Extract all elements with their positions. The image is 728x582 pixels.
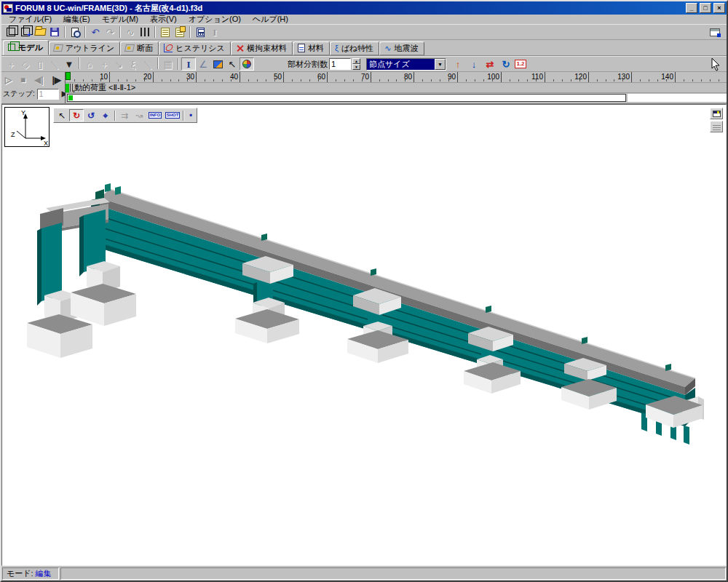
play-button[interactable]: ▷: [4, 73, 12, 87]
shot-camera-button[interactable]: SHOT: [164, 109, 181, 121]
menu-edit[interactable]: 編集(E): [58, 15, 96, 24]
clipped-glyph: [70, 84, 74, 92]
distributed-load-button[interactable]: [138, 25, 152, 39]
spin-up-button[interactable]: ▲: [352, 58, 360, 64]
export-down-icon: ↓: [472, 60, 477, 69]
float-window-button[interactable]: [708, 25, 722, 39]
model-canvas[interactable]: [2, 105, 727, 565]
open-file-button[interactable]: [33, 25, 47, 39]
refresh-cycle-button[interactable]: ↻: [499, 57, 513, 71]
export-down-button[interactable]: ↓: [467, 57, 481, 71]
mini-window-button[interactable]: [710, 108, 723, 119]
merge-node-button[interactable]: ◇: [18, 57, 33, 71]
member-division-input[interactable]: [329, 58, 351, 70]
menu-bar: ファイル(F) 編集(E) モデル(M) 表示(V) オプション(O) ヘルプ(…: [1, 15, 727, 24]
print-preview-button[interactable]: [68, 25, 82, 39]
add-member-button[interactable]: ＼: [47, 57, 62, 71]
sync-arrows-icon: ⇄: [486, 60, 494, 69]
split-member-icon: ＋: [100, 60, 109, 69]
walk-path-button[interactable]: ↝: [132, 109, 146, 121]
list-panel-button[interactable]: [710, 121, 723, 132]
stop-button[interactable]: ■: [20, 73, 26, 87]
tab-lateral-confinement[interactable]: 横拘束材料: [231, 41, 293, 55]
render-sphere-button[interactable]: [240, 57, 254, 71]
minimize-button[interactable]: _: [686, 3, 697, 13]
bridge-end-support[interactable]: [641, 396, 704, 445]
support-node-button[interactable]: ⌂: [82, 57, 97, 71]
select-cursor-icon: ↖: [58, 111, 66, 121]
report-editor-button[interactable]: [158, 25, 173, 39]
model-viewport[interactable]: Y X Z ↖ ↻ ↺ ⌖ ⇉ ↝ INFO SHOT •: [1, 104, 727, 566]
section-view-button[interactable]: I: [207, 25, 222, 39]
tab-spring[interactable]: ξばね特性: [330, 41, 379, 55]
menu-file[interactable]: ファイル(F): [3, 15, 58, 24]
toolbar-separator: [178, 58, 179, 70]
tab-hysteresis[interactable]: ヒステリシス: [159, 41, 231, 55]
playhead-marker[interactable]: [66, 72, 71, 80]
spring-member-button[interactable]: ξ: [126, 57, 141, 71]
solid-display-button[interactable]: [210, 57, 225, 71]
restore-button[interactable]: □: [700, 3, 711, 13]
toolbar-separator: [114, 111, 116, 121]
title-bar[interactable]: FORUM 8 UC-win/FRAME(3D) - 名古屋(改4-d1).f3…: [1, 1, 727, 15]
scale-12-button[interactable]: 1.2: [513, 57, 528, 71]
select-cursor-button[interactable]: ↖: [55, 109, 69, 121]
menu-options[interactable]: オプション(O): [183, 15, 247, 24]
spin-down-button[interactable]: ▼: [352, 64, 360, 70]
sync-arrows-button[interactable]: ⇄: [483, 57, 497, 71]
member-arrow-button[interactable]: ↘: [111, 57, 126, 71]
load-report-button[interactable]: [173, 25, 187, 39]
import-up-button[interactable]: ↑: [451, 57, 465, 71]
info-cursor-button[interactable]: ↖: [225, 57, 240, 71]
menu-help[interactable]: ヘルプ(H): [247, 15, 294, 24]
ibeam-display-button[interactable]: I: [181, 57, 196, 71]
step-input[interactable]: [37, 89, 59, 100]
split-member-button[interactable]: ＋: [97, 57, 111, 71]
member-arrow-icon: ↘: [115, 60, 123, 69]
angle-display-button[interactable]: ∠: [196, 57, 210, 71]
load-case-label: 動的荷重 <Ⅱ-Ⅱ-1>: [74, 83, 135, 93]
save-file-button[interactable]: [47, 25, 62, 39]
import-up-icon: ↑: [456, 60, 461, 69]
ruler-minor-tick: [422, 79, 423, 81]
tab-seismic[interactable]: ∿地震波: [379, 41, 424, 55]
new-model-button[interactable]: [4, 25, 18, 39]
close-button[interactable]: ×: [713, 3, 725, 13]
ruler-tick-label: 80: [389, 73, 412, 81]
response-curve-button[interactable]: ∿: [123, 25, 138, 39]
axis-triad: Y X Z: [5, 108, 49, 146]
timeline-ruler[interactable]: 102030405060708090100110120130140: [66, 72, 727, 83]
orbit-view-button[interactable]: ↺: [84, 109, 98, 121]
ruler-minor-tick: [118, 79, 119, 81]
add-model-button[interactable]: +: [18, 25, 33, 39]
tab-material[interactable]: 材料: [293, 41, 330, 55]
ruler-minor-tick: [257, 79, 258, 81]
diagonal-member-button[interactable]: ＼: [141, 57, 155, 71]
node-box-button[interactable]: ▯: [33, 57, 47, 71]
mesh-grid-button[interactable]: ▦: [161, 57, 175, 71]
undo-button[interactable]: ↶: [88, 25, 103, 39]
add-node-icon: ＋: [7, 60, 16, 69]
menu-view[interactable]: 表示(V): [144, 15, 183, 24]
tab-outline[interactable]: アウトライン: [49, 41, 121, 55]
dot-tool-button[interactable]: •: [186, 109, 196, 121]
rotate-view-button[interactable]: ↻: [69, 109, 84, 121]
step-back-button[interactable]: ◀|: [33, 73, 44, 87]
info-camera-button[interactable]: INFO: [146, 109, 164, 121]
orbit-icon: ↺: [87, 111, 95, 121]
zoom-target-button[interactable]: ⌖: [98, 109, 113, 121]
tab-model[interactable]: モデル: [3, 40, 49, 55]
step-forward-button[interactable]: |▶: [51, 73, 62, 87]
tab-section[interactable]: 断面: [120, 41, 159, 55]
drop-member-button[interactable]: ▼: [62, 57, 76, 71]
add-node-button[interactable]: ＋: [4, 57, 18, 71]
ruler-minor-tick: [344, 79, 345, 81]
display-mode-dropdown[interactable]: 節点サイズ ▼: [366, 58, 446, 71]
chevron-down-icon[interactable]: ▼: [435, 59, 446, 70]
menu-model[interactable]: モデル(M): [96, 15, 144, 24]
ruler-tick-label: 10: [84, 73, 108, 81]
redo-button[interactable]: ↷: [103, 25, 117, 39]
member-division-group: 部材分割数 ▲ ▼: [288, 58, 360, 70]
pan-arrows-button[interactable]: ⇉: [117, 109, 132, 121]
calculator-button[interactable]: [193, 25, 207, 39]
